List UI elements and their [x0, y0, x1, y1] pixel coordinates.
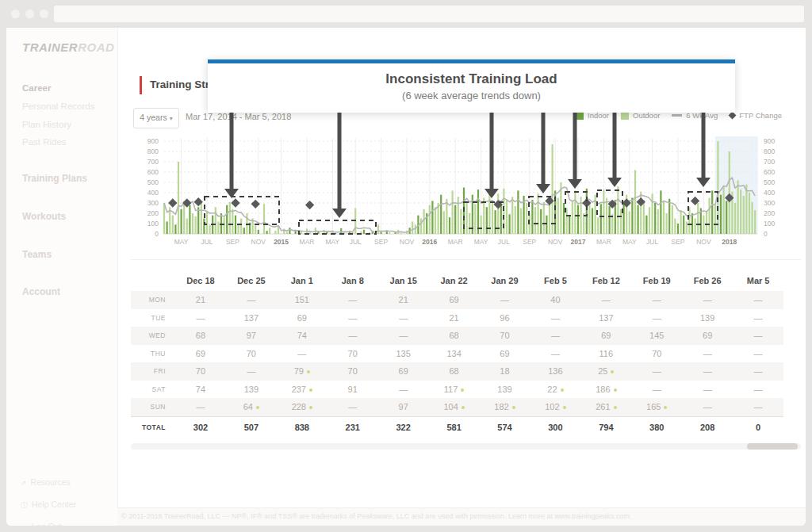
table-cell: 102: [530, 402, 580, 411]
table-cell: Jan 15: [378, 276, 429, 285]
window-control-dot[interactable]: [40, 10, 48, 18]
tss-bar: [603, 189, 604, 234]
tss-bar: [235, 216, 236, 234]
table-cell: 104: [429, 402, 480, 411]
table-cell: 69: [277, 313, 327, 323]
tss-bar: [606, 198, 607, 235]
tss-bar: [495, 210, 496, 234]
tss-bar: [588, 202, 590, 234]
table-cell: 137: [226, 313, 277, 323]
tss-bar: [454, 205, 456, 234]
tss-bar: [740, 189, 741, 234]
tss-bar: [734, 203, 736, 234]
logo-light: ROAD: [78, 40, 114, 54]
annotation-arrow-head: [332, 209, 347, 218]
window-control-dot[interactable]: [25, 10, 34, 18]
table-cell: —: [530, 349, 580, 358]
ftp-change-diamond: [168, 198, 177, 207]
tss-bar: [546, 216, 547, 234]
x-axis-tick-label: JUL: [498, 238, 510, 246]
sidebar-footer-label: Resources: [31, 477, 71, 487]
tss-bar: [677, 224, 679, 234]
table-cell: —: [733, 331, 783, 340]
training-stress-chart[interactable]: 0010010020020030030040040050050060060070…: [119, 109, 806, 250]
x-axis-tick-label: NOV: [696, 238, 711, 246]
table-cell: 135: [378, 349, 429, 358]
sidebar-item-training-plans[interactable]: Training Plans: [22, 173, 87, 184]
table-row: TUE—13769——2196—137—139—: [131, 309, 783, 327]
table-cell: —: [682, 366, 733, 376]
x-axis-tick-label: 2018: [722, 238, 737, 246]
tss-bar: [381, 232, 382, 234]
row-label: FRI: [131, 367, 175, 375]
tss-bar: [611, 214, 613, 234]
tss-bar: [500, 205, 502, 234]
table-cell: 116: [580, 349, 631, 358]
x-axis-tick-label: JUL: [350, 238, 362, 246]
outdoor-ride-dot: [309, 406, 312, 409]
table-cell: —: [631, 366, 682, 376]
tss-bar: [557, 198, 559, 235]
table-cell: Feb 5: [530, 276, 580, 285]
x-axis-tick-label: NOV: [400, 238, 415, 246]
browser-address-bar[interactable]: [54, 6, 804, 22]
tss-bar: [509, 214, 511, 234]
table-cell: —: [631, 313, 682, 323]
tss-bar: [623, 203, 625, 234]
tss-bar: [592, 209, 593, 235]
tss-bar: [657, 209, 659, 234]
tss-bar: [660, 190, 661, 234]
sidebar-item-resources[interactable]: ↗Resources: [21, 477, 71, 487]
table-cell: 96: [480, 313, 530, 323]
outdoor-ride-dot: [309, 388, 312, 392]
tss-bar: [711, 190, 713, 234]
tss-bar: [477, 189, 479, 234]
tss-bar: [597, 217, 599, 234]
table-cell: —: [327, 295, 378, 304]
table-cell: 507: [226, 423, 277, 432]
title-accent-bar: [140, 76, 142, 94]
sidebar-item-help-center[interactable]: ⓘHelp Center: [21, 499, 76, 511]
sidebar-item-past-rides[interactable]: Past Rides: [22, 137, 67, 147]
annotation-arrow-head: [485, 189, 499, 198]
y-axis-tick-label-right: 700: [764, 158, 775, 166]
table-cell: 70: [175, 366, 226, 376]
table-cell: —: [682, 349, 733, 358]
table-cell: 208: [682, 423, 733, 432]
table-hscrollbar-thumb[interactable]: [747, 443, 798, 450]
tss-bar: [600, 204, 602, 234]
tss-bar: [569, 216, 570, 234]
x-axis-tick-label: MAY: [622, 238, 637, 246]
table-cell: 70: [327, 349, 378, 358]
sidebar-item-plan-history[interactable]: Plan History: [22, 120, 71, 129]
sidebar-item-account[interactable]: Account: [22, 286, 60, 297]
logo-bold: TRAINER: [22, 40, 78, 54]
sidebar-item-teams[interactable]: Teams: [22, 249, 52, 260]
table-cell: 134: [429, 349, 480, 358]
sidebar-item-career[interactable]: Career: [22, 83, 51, 93]
row-label: SUN: [131, 403, 175, 411]
table-cell: 64: [226, 402, 277, 411]
table-cell: 70: [226, 349, 277, 358]
x-axis-tick-label: SEP: [226, 238, 239, 246]
tss-bar: [178, 162, 179, 234]
tss-bar: [274, 231, 276, 234]
tss-bar: [209, 224, 211, 234]
window-control-dot[interactable]: [11, 10, 20, 18]
table-cell: 21: [378, 295, 429, 304]
tss-bar: [192, 213, 193, 234]
table-hscrollbar-track[interactable]: [131, 443, 801, 450]
tss-bar: [506, 200, 508, 234]
sidebar-item-personal-records[interactable]: Personal Records: [22, 101, 94, 111]
tss-bar: [431, 201, 433, 234]
tss-bar: [203, 219, 205, 235]
table-cell: 69: [429, 295, 480, 304]
y-axis-tick-label: 600: [147, 168, 159, 176]
tss-bar: [258, 230, 259, 234]
table-cell: —: [580, 295, 631, 304]
table-row: SUN—64228—97104182102261165——: [131, 398, 783, 416]
sidebar-item-workouts[interactable]: Workouts: [22, 211, 66, 222]
table-header-row: Dec 18Dec 25Jan 1Jan 8Jan 15Jan 22Jan 29…: [131, 270, 783, 291]
sidebar-item-log-out[interactable]: ←Log Out: [21, 522, 61, 526]
tss-bar: [446, 199, 447, 234]
